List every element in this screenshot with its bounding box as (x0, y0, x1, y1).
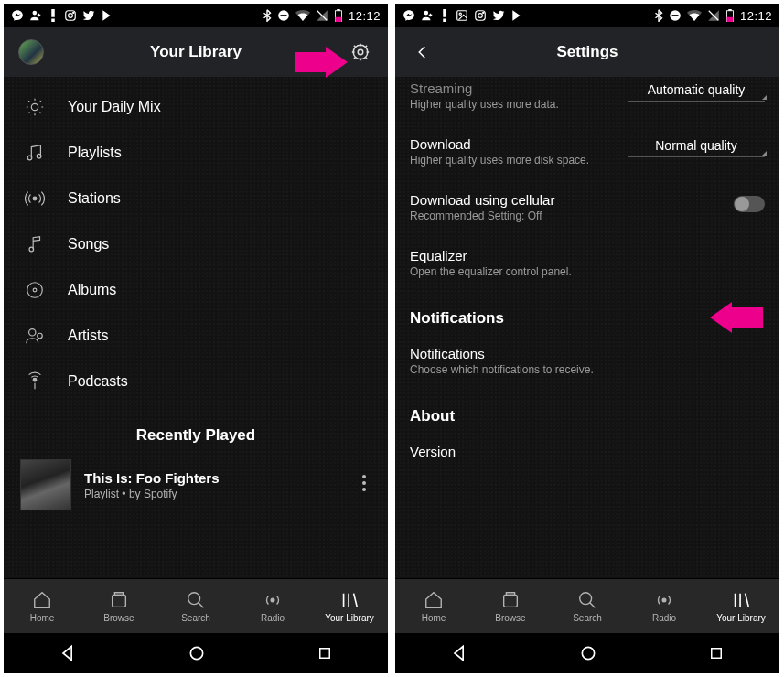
bluetooth-icon (263, 9, 272, 22)
status-left-icons (403, 9, 523, 22)
bottom-nav: Home Browse Search Radio Your Library (4, 578, 388, 633)
lib-item-podcasts[interactable]: Podcasts (4, 359, 388, 404)
lib-item-artists[interactable]: Artists (4, 313, 388, 359)
lib-item-playlists[interactable]: Playlists (4, 130, 388, 176)
lib-item-label: Albums (68, 282, 116, 298)
exclaim-icon (48, 9, 59, 22)
svg-point-24 (362, 475, 366, 478)
setting-title: Download using cellular (410, 192, 554, 208)
chevron-left-icon (414, 44, 431, 60)
settings-button[interactable] (346, 42, 375, 62)
nav-radio[interactable]: Radio (626, 590, 703, 623)
svg-rect-34 (443, 19, 446, 23)
nav-radio[interactable]: Radio (234, 590, 311, 623)
setting-title: Download (410, 136, 589, 152)
setting-title: Equalizer (410, 248, 765, 263)
setting-version: Version (410, 431, 765, 472)
library-title: Your Library (46, 43, 346, 61)
nav-label: Browse (103, 613, 134, 623)
lib-item-label: Podcasts (68, 373, 128, 390)
nav-library[interactable]: Your Library (703, 590, 779, 623)
sys-home[interactable] (579, 644, 597, 662)
settings-content[interactable]: Streaming Higher quality uses more data.… (395, 77, 779, 578)
setting-sub: Open the equalizer control panel. (410, 265, 765, 278)
svg-rect-31 (319, 649, 329, 659)
nav-label: Browse (495, 613, 525, 623)
svg-point-32 (424, 11, 429, 16)
sys-recent[interactable] (317, 645, 333, 661)
status-clock: 12:12 (349, 9, 381, 23)
circle-icon (579, 644, 597, 662)
lib-item-stations[interactable]: Stations (4, 176, 388, 221)
cellular-toggle[interactable] (734, 196, 765, 212)
setting-sub: Higher quality uses more disk space. (410, 154, 589, 167)
nav-label: Radio (652, 613, 676, 623)
svg-rect-41 (671, 15, 678, 16)
settings-header: Settings (395, 27, 779, 77)
radio-icon (654, 590, 674, 610)
library-icon (731, 590, 751, 610)
nav-home[interactable]: Home (395, 590, 472, 623)
status-right-icons: 12:12 (654, 9, 772, 23)
messenger-icon (403, 9, 415, 22)
sys-home[interactable] (188, 644, 206, 662)
no-sim-icon (707, 9, 720, 22)
svg-point-19 (27, 283, 43, 298)
lib-item-songs[interactable]: Songs (4, 221, 388, 267)
sys-back[interactable] (59, 644, 77, 662)
more-button[interactable] (362, 475, 371, 495)
setting-streaming[interactable]: Streaming Higher quality uses more data.… (410, 77, 765, 124)
setting-sub: Choose which notifications to receive. (410, 363, 765, 376)
android-system-nav (395, 633, 779, 673)
svg-point-29 (271, 598, 274, 602)
lib-item-albums[interactable]: Albums (4, 267, 388, 313)
avatar[interactable] (18, 39, 44, 65)
recent-title: This Is: Foo Fighters (84, 470, 220, 486)
lib-item-label: Your Daily Mix (68, 99, 161, 115)
svg-rect-46 (504, 595, 518, 607)
nav-library[interactable]: Your Library (311, 590, 388, 623)
back-icon (450, 644, 468, 662)
svg-rect-7 (280, 15, 286, 16)
status-clock: 12:12 (740, 9, 772, 23)
download-quality-select[interactable]: Normal quality (628, 138, 765, 157)
wifi-icon (687, 9, 702, 22)
svg-point-4 (69, 14, 73, 18)
library-content: Your Daily Mix Playlists Stations Songs (4, 77, 388, 578)
svg-point-48 (662, 598, 666, 602)
sys-recent[interactable] (708, 645, 725, 661)
phone-right: 12:12 Settings Streaming Higher quality … (395, 4, 779, 673)
setting-equalizer[interactable]: Equalizer Open the equalizer control pan… (410, 235, 765, 291)
streaming-quality-select[interactable]: Automatic quality (628, 82, 765, 102)
search-icon (577, 590, 597, 610)
phone-left: 12:12 Your Library Your Daily Mix (4, 4, 388, 673)
svg-point-28 (188, 592, 200, 604)
bottom-nav: Home Browse Search Radio Your Library (395, 578, 779, 633)
lib-item-daily-mix[interactable]: Your Daily Mix (4, 84, 388, 130)
nav-search[interactable]: Search (157, 590, 234, 623)
back-button[interactable] (408, 44, 437, 60)
nav-browse[interactable]: Browse (81, 590, 157, 623)
library-icon (339, 590, 360, 610)
nav-browse[interactable]: Browse (472, 590, 549, 623)
sys-back[interactable] (450, 644, 468, 662)
nav-search[interactable]: Search (549, 590, 626, 623)
browse-icon (500, 590, 521, 610)
stations-icon (24, 188, 46, 209)
home-icon (424, 590, 444, 610)
nav-label: Search (573, 613, 602, 623)
nav-home[interactable]: Home (4, 590, 81, 623)
setting-cellular[interactable]: Download using cellular Recommended Sett… (410, 179, 765, 235)
library-header: Your Library (4, 27, 388, 77)
play-store-icon (510, 9, 523, 22)
dnd-icon (277, 9, 290, 22)
recent-item[interactable]: This Is: Foo Fighters Playlist • by Spot… (4, 454, 388, 516)
setting-sub: Higher quality uses more data. (410, 98, 559, 111)
svg-point-14 (31, 103, 38, 110)
setting-notifications[interactable]: Notifications Choose which notifications… (410, 333, 765, 389)
setting-download[interactable]: Download Higher quality uses more disk s… (410, 124, 765, 179)
android-status-bar: 12:12 (4, 4, 388, 27)
twitter-icon (492, 9, 505, 22)
svg-point-20 (33, 288, 37, 292)
status-left-icons (11, 9, 113, 22)
